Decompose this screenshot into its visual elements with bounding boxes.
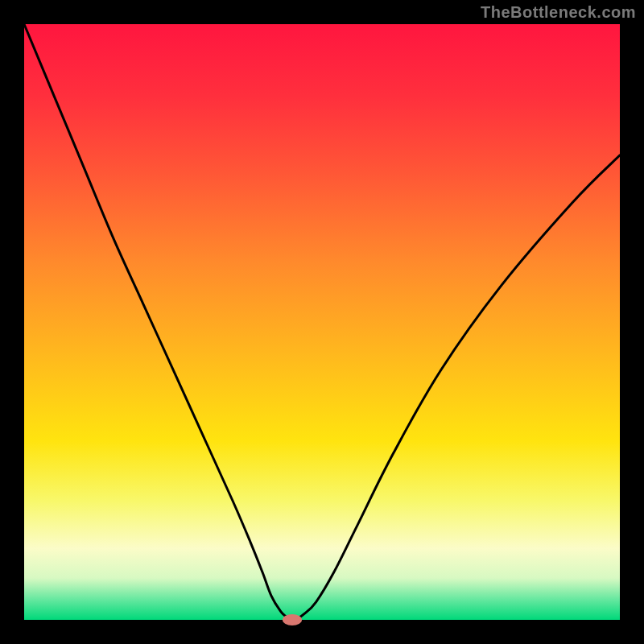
plot-background — [24, 24, 620, 620]
optimum-marker — [283, 614, 302, 625]
chart-svg — [0, 0, 644, 644]
chart-frame: TheBottleneck.com — [0, 0, 644, 644]
watermark-text: TheBottleneck.com — [481, 3, 636, 22]
